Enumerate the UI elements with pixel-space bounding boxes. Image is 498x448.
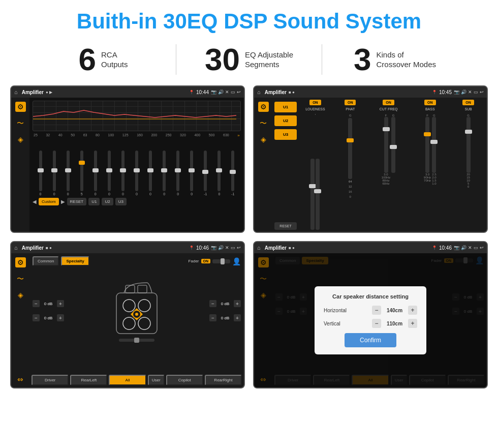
u2-button[interactable]: U2 <box>102 198 113 205</box>
eq-icon-3[interactable]: ⚙ <box>15 257 26 267</box>
confirm-button[interactable]: Confirm <box>345 333 396 347</box>
reset-button[interactable]: RESET <box>67 198 87 205</box>
bass-slider-g[interactable] <box>432 117 436 173</box>
eq-slider-2: 0 <box>47 151 61 196</box>
window-icon-3[interactable]: ▭ <box>231 245 235 250</box>
back-icon-4[interactable]: ↩ <box>480 245 484 250</box>
phat-slider[interactable] <box>348 118 352 179</box>
loudness-slider[interactable] <box>310 159 315 230</box>
copilot-btn[interactable]: Copilot <box>166 375 203 385</box>
rearleft-btn[interactable]: RearLeft <box>70 375 107 385</box>
bass-slider-f[interactable] <box>425 117 429 173</box>
u3-button[interactable]: U3 <box>115 198 127 205</box>
right-top-minus[interactable]: − <box>209 300 216 307</box>
phat-control: ON PHAT G 64 32 16 0 <box>334 100 367 230</box>
loudness-slider-2[interactable] <box>316 159 320 230</box>
home-icon-2[interactable]: ⌂ <box>257 89 261 95</box>
svg-rect-2 <box>138 285 147 293</box>
u1-btn[interactable]: U1 <box>274 102 297 112</box>
eq-slider-6: 0 <box>102 151 116 196</box>
screen1-content: ⚙ 〜 ◈ 253240506380 1 <box>11 98 244 232</box>
right-bottom-minus[interactable]: − <box>209 314 216 321</box>
speaker-icon-2[interactable]: ◈ <box>261 135 266 143</box>
horizontal-plus-btn[interactable]: + <box>408 306 417 315</box>
horizontal-minus-btn[interactable]: − <box>372 306 381 315</box>
phat-on[interactable]: ON <box>345 100 356 105</box>
close-icon[interactable]: ✕ <box>225 89 229 95</box>
speaker-icon[interactable]: ◈ <box>18 135 23 143</box>
window-icon-4[interactable]: ▭ <box>474 245 478 250</box>
specialty-tab[interactable]: Specialty <box>61 256 89 266</box>
screen4-content: ⚙ 〜 ◈ ⇔ Common Specialty Fader ON 👤 <box>254 253 487 387</box>
screen2-content: ⚙ 〜 ◈ U1 U2 U3 RESET ON LOUDNESS <box>254 98 487 232</box>
left-bottom-plus[interactable]: + <box>57 314 64 321</box>
driver-btn[interactable]: Driver <box>32 375 69 385</box>
screen1-sidebar: ⚙ 〜 ◈ <box>11 98 29 232</box>
prev-button[interactable]: ◀ <box>33 199 37 204</box>
back-icon-2[interactable]: ↩ <box>480 89 484 95</box>
cutfreq-slider-g[interactable] <box>391 117 395 173</box>
stat-crossover-number: 3 <box>354 44 371 75</box>
stat-rca-number: 6 <box>78 44 96 75</box>
loudness-label: LOUDNESS <box>305 107 325 111</box>
fader-on-badge[interactable]: ON <box>201 259 211 263</box>
back-icon[interactable]: ↩ <box>237 89 241 95</box>
custom-button[interactable]: Custom <box>39 198 59 205</box>
eq-icon[interactable]: ⚙ <box>15 102 26 112</box>
eq-sliders-area: 0 0 0 5 0 <box>33 140 241 196</box>
screens-grid: ⌂ Amplifier ● ▶ 📍 10:44 📷 🔊 ✕ ▭ ↩ ⚙ 〜 ◈ <box>0 82 498 394</box>
screen1-title: Amplifier <box>22 89 44 95</box>
left-top-plus[interactable]: + <box>57 300 64 307</box>
close-icon-3[interactable]: ✕ <box>225 245 229 250</box>
cutfreq-on[interactable]: ON <box>383 100 394 105</box>
fader-slider[interactable] <box>212 259 230 263</box>
loudness-on[interactable]: ON <box>309 100 321 105</box>
screen3-topbar: ⌂ Amplifier ■ ● 📍 10:46 📷 🔊 ✕ ▭ ↩ <box>11 242 244 253</box>
window-icon[interactable]: ▭ <box>231 89 235 95</box>
eq-icon-2[interactable]: ⚙ <box>258 102 269 112</box>
arrows-icon-3[interactable]: ⇔ <box>17 375 23 383</box>
home-icon-3[interactable]: ⌂ <box>14 245 18 251</box>
right-bottom-plus[interactable]: + <box>234 314 241 321</box>
next-button[interactable]: ▶ <box>61 199 65 204</box>
person-icon[interactable]: 👤 <box>232 257 241 265</box>
common-tab[interactable]: Common <box>33 256 59 266</box>
sub-slider[interactable] <box>466 117 471 173</box>
screen2-sidebar: ⚙ 〜 ◈ <box>254 98 272 232</box>
rearright-btn[interactable]: RearRight <box>205 375 242 385</box>
wave-icon-2[interactable]: 〜 <box>260 119 267 128</box>
right-top-value: 0 dB <box>218 302 232 306</box>
close-icon-4[interactable]: ✕ <box>468 245 472 250</box>
fader-label: Fader <box>189 259 199 263</box>
bass-on[interactable]: ON <box>424 100 436 105</box>
speaker-icon-3[interactable]: ◈ <box>18 291 23 299</box>
all-btn[interactable]: All <box>109 375 146 385</box>
back-icon-3[interactable]: ↩ <box>237 245 241 250</box>
svg-point-4 <box>138 300 150 312</box>
u1-button[interactable]: U1 <box>88 198 100 205</box>
u3-btn[interactable]: U3 <box>274 129 297 140</box>
home-icon[interactable]: ⌂ <box>14 89 18 95</box>
amp-reset-btn[interactable]: RESET <box>274 222 297 230</box>
screen4-title: Amplifier <box>265 245 287 251</box>
page-header: Buith-in 30EQ DSP Sound System <box>0 0 498 39</box>
right-top-plus[interactable]: + <box>234 300 241 307</box>
window-icon-2[interactable]: ▭ <box>474 89 478 95</box>
wave-icon[interactable]: 〜 <box>17 119 24 128</box>
sub-on[interactable]: ON <box>462 100 474 105</box>
u2-btn[interactable]: U2 <box>274 115 297 126</box>
svg-point-6 <box>138 317 150 330</box>
left-top-minus[interactable]: − <box>33 300 40 307</box>
eq-graph <box>33 101 241 131</box>
vertical-plus-btn[interactable]: + <box>408 319 417 328</box>
eq-slider-14: 0 <box>212 151 226 196</box>
location-icon-4: 📍 <box>432 246 437 250</box>
cutfreq-slider-f[interactable] <box>384 117 388 173</box>
horizontal-control: − 140cm + <box>372 306 417 315</box>
home-icon-4[interactable]: ⌂ <box>257 245 261 251</box>
wave-icon-3[interactable]: 〜 <box>17 275 24 284</box>
vertical-minus-btn[interactable]: − <box>372 319 381 328</box>
close-icon-2[interactable]: ✕ <box>468 89 472 95</box>
user-btn[interactable]: User <box>148 375 165 385</box>
left-bottom-minus[interactable]: − <box>33 314 40 321</box>
